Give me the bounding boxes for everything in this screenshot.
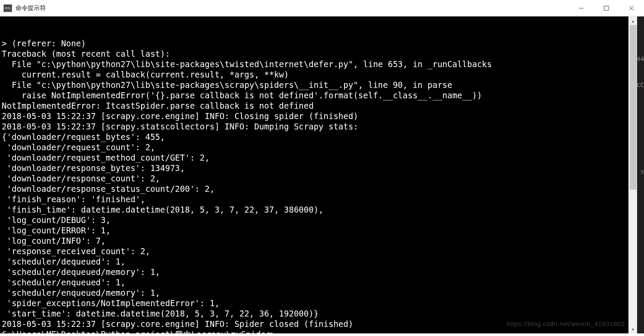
- watermark: https://blog.csdn.net/weixin_41931602: [506, 319, 625, 329]
- close-button[interactable]: [619, 0, 644, 16]
- terminal-output[interactable]: > (referer: None)Traceback (most recent …: [0, 16, 628, 333]
- window-title: 命令提示符: [16, 4, 46, 12]
- terminal-line: {'downloader/request_bytes': 455,: [2, 132, 627, 142]
- terminal-line: 'downloader/response_count': 2,: [2, 173, 627, 184]
- terminal-line: 'downloader/response_bytes': 134973,: [2, 163, 627, 173]
- svg-rect-1: [604, 6, 609, 10]
- terminal-line: 'scheduler/dequeued/memory': 1,: [2, 267, 627, 277]
- terminal-line: 'log_count/DEBUG': 3,: [2, 215, 627, 225]
- terminal-line: Traceback (most recent call last):: [2, 48, 627, 59]
- terminal-line: 'downloader/request_method_count/GET': 2…: [2, 152, 627, 163]
- terminal-line: 'spider_exceptions/NotImplementedError':…: [2, 298, 627, 308]
- terminal-line: current.result = callback(current.result…: [2, 69, 627, 80]
- terminal-line: File "c:\python\python27\lib\site-packag…: [2, 59, 627, 69]
- terminal-line: > (referer: None): [2, 38, 627, 48]
- terminal-line: 'start_time': datetime.datetime(2018, 5,…: [2, 308, 627, 319]
- terminal-line: raise NotImplementedError('{}.parse call…: [2, 90, 627, 100]
- window-controls: [569, 0, 644, 16]
- scrollbar-thumb[interactable]: [630, 25, 637, 190]
- terminal-line: 'downloader/response_status_count/200': …: [2, 184, 627, 194]
- terminal-line: 2018-05-03 15:22:37 [scrapy.core.engine]…: [2, 111, 627, 121]
- scroll-up-icon[interactable]: ▴: [629, 16, 637, 25]
- scroll-down-icon[interactable]: ▾: [629, 325, 637, 333]
- maximize-button[interactable]: [594, 0, 619, 16]
- terminal-line: 'scheduler/dequeued': 1,: [2, 256, 627, 267]
- terminal-line: 'log_count/INFO': 7,: [2, 236, 627, 246]
- terminal-line: 'scheduler/enqueued': 1,: [2, 277, 627, 288]
- terminal-line: 'response_received_count': 2,: [2, 246, 627, 256]
- side-frag-line: s: [641, 168, 644, 175]
- terminal-line: NotImplementedError: ItcastSpider.parse …: [2, 100, 627, 111]
- minimize-button[interactable]: [569, 0, 594, 16]
- app-icon-text: C:\.: [5, 6, 11, 10]
- titlebar[interactable]: C:\. 命令提示符: [0, 0, 644, 16]
- terminal-line: 'log_count/ERROR': 1,: [2, 225, 627, 236]
- terminal-line: 2018-05-03 15:22:37 [scrapy.statscollect…: [2, 121, 627, 132]
- app-icon: C:\.: [3, 4, 12, 12]
- terminal-line: 'finish_reason': 'finished',: [2, 194, 627, 204]
- side-frag-line: 44: [637, 55, 644, 62]
- side-frag-line: cC: [637, 81, 644, 88]
- scrollbar[interactable]: ▴ ▾: [628, 16, 637, 333]
- terminal-line: File "c:\python\python27\lib\site-packag…: [2, 80, 627, 90]
- terminal-line: 'scheduler/enqueued/memory': 1,: [2, 288, 627, 298]
- terminal-line: 'finish_time': datetime.datetime(2018, 5…: [2, 204, 627, 215]
- terminal-container: > (referer: None)Traceback (most recent …: [0, 16, 644, 333]
- terminal-line: C:\Users\ME\Desktop\Python project\爬虫\sc…: [2, 329, 627, 333]
- side-editor-fragment: 44 cC s: [637, 16, 644, 333]
- terminal-line: 'downloader/request_count': 2,: [2, 142, 627, 152]
